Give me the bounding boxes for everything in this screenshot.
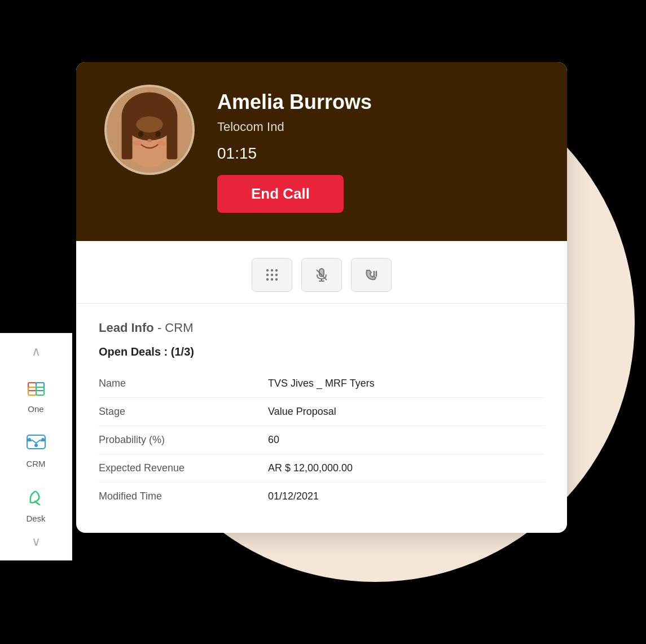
- svg-rect-13: [122, 116, 133, 159]
- sidebar-item-one-label: One: [28, 404, 43, 414]
- lead-info-bold: Lead Info: [99, 321, 154, 335]
- svg-point-20: [136, 116, 163, 133]
- field-value: AR $ 12,00,000.00: [268, 454, 544, 483]
- avatar: [104, 85, 195, 175]
- field-label: Name: [99, 370, 268, 398]
- table-row: Stage Value Proposal: [99, 398, 544, 426]
- lead-info-title: Lead Info - CRM: [99, 321, 544, 335]
- field-label: Probability (%): [99, 426, 268, 454]
- svg-point-18: [134, 141, 142, 146]
- svg-point-15: [138, 131, 144, 137]
- sidebar-chevron-down[interactable]: ∨: [0, 529, 72, 555]
- svg-point-7: [28, 438, 31, 441]
- svg-point-26: [275, 274, 278, 276]
- call-info: Amelia Burrows Telocom Ind 01:15 End Cal…: [217, 85, 372, 213]
- main-container: Amelia Burrows Telocom Ind 01:15 End Cal…: [76, 62, 567, 533]
- table-row: Probability (%) 60: [99, 426, 544, 454]
- call-header: Amelia Burrows Telocom Ind 01:15 End Cal…: [76, 62, 567, 241]
- open-deals-header: Open Deals : (1/3): [99, 345, 544, 358]
- sidebar-item-one[interactable]: One: [0, 365, 72, 419]
- sidebar-item-desk-label: Desk: [26, 514, 45, 523]
- table-row: Expected Revenue AR $ 12,00,000.00: [99, 454, 544, 483]
- sidebar-chevron-up[interactable]: ∧: [0, 339, 72, 365]
- field-value: TVS Jives _ MRF Tyers: [268, 370, 544, 398]
- sidebar-item-desk[interactable]: Desk: [0, 474, 72, 529]
- crm-icon: [24, 430, 49, 454]
- table-row: Name TVS Jives _ MRF Tyers: [99, 370, 544, 398]
- sidebar-item-crm[interactable]: CRM: [0, 419, 72, 474]
- svg-rect-14: [166, 116, 177, 159]
- one-icon: [24, 375, 49, 400]
- field-label: Modified Time: [99, 483, 268, 511]
- svg-point-24: [266, 274, 269, 276]
- dialpad-button[interactable]: [252, 258, 292, 292]
- table-row: Modified Time 01/12/2021: [99, 483, 544, 511]
- svg-point-29: [275, 278, 278, 281]
- desk-icon: [24, 484, 49, 509]
- call-controls: [76, 241, 567, 304]
- svg-point-22: [271, 269, 273, 271]
- company-name: Telocom Ind: [217, 120, 372, 134]
- field-label: Stage: [99, 398, 268, 426]
- field-value: 60: [268, 426, 544, 454]
- dialpad-icon: [265, 268, 279, 282]
- svg-point-9: [34, 444, 38, 447]
- sidebar-item-crm-label: CRM: [26, 459, 45, 468]
- svg-point-8: [41, 438, 45, 441]
- field-label: Expected Revenue: [99, 454, 268, 483]
- mute-button[interactable]: [301, 258, 342, 292]
- end-call-button[interactable]: End Call: [217, 175, 344, 213]
- svg-point-17: [147, 139, 152, 142]
- svg-point-21: [266, 269, 269, 271]
- hold-icon: [364, 268, 379, 282]
- mute-icon: [314, 268, 329, 282]
- field-value: Value Proposal: [268, 398, 544, 426]
- svg-point-28: [271, 278, 273, 281]
- lead-info-source: CRM: [165, 321, 193, 335]
- svg-point-23: [275, 269, 278, 271]
- lead-info-source-separator: -: [157, 321, 165, 335]
- svg-point-25: [271, 274, 273, 276]
- contact-name: Amelia Burrows: [217, 90, 372, 114]
- call-timer: 01:15: [217, 144, 372, 163]
- field-value: 01/12/2021: [268, 483, 544, 511]
- svg-point-16: [155, 131, 161, 137]
- hold-button[interactable]: [351, 258, 392, 292]
- svg-point-27: [266, 278, 269, 281]
- svg-point-19: [157, 141, 165, 146]
- sidebar: ∧ One CRM Desk ∨: [0, 333, 72, 560]
- deal-info-table: Name TVS Jives _ MRF Tyers Stage Value P…: [99, 370, 544, 510]
- lead-section: Lead Info - CRM Open Deals : (1/3) Name …: [76, 304, 567, 533]
